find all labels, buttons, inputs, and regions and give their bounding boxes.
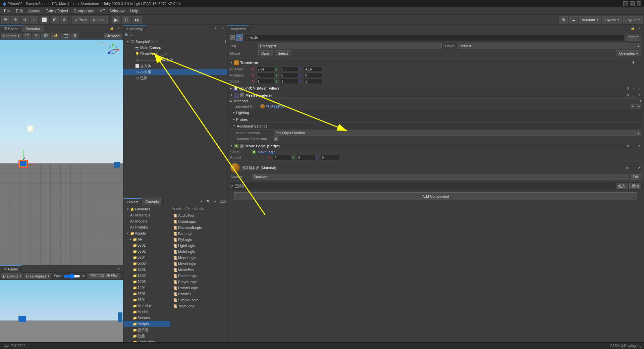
project-af-music[interactable]: 📁 歌曲	[123, 333, 170, 339]
import-btn[interactable]: 签入	[616, 183, 628, 189]
object-name-input[interactable]: 小火车	[244, 34, 625, 41]
scale-x-input[interactable]	[256, 79, 275, 84]
ml-settings-btn[interactable]: ⚙	[625, 144, 630, 148]
mf-settings-btn[interactable]: ⚙	[625, 86, 630, 91]
speed-x-input[interactable]: 2	[273, 155, 291, 160]
close-btn[interactable]: ✕	[637, 1, 641, 6]
additional-settings-header[interactable]: ▼ Additional Settings	[229, 123, 643, 130]
project-af-0704[interactable]: 📁 0704	[123, 254, 170, 260]
scene-menu-icon[interactable]: ⋮	[224, 40, 227, 43]
project-favorites-materials[interactable]: All Materials	[123, 212, 170, 218]
project-af-0702[interactable]: 📁 0702	[123, 248, 170, 254]
pivot-btn[interactable]: ⊙ Pivot	[72, 16, 89, 23]
console-tab[interactable]: Console	[142, 198, 162, 205]
step-btn[interactable]: ⏭	[132, 16, 142, 23]
project-search-btn[interactable]: 🔍	[205, 199, 211, 205]
project-af-1203[interactable]: 📁 1203	[123, 279, 170, 285]
script-file-item[interactable]: 📜SimpleLogic	[172, 297, 226, 303]
maximize-on-play-btn[interactable]: Maximize On Play	[88, 273, 121, 279]
project-assets-af[interactable]: ▼ 📁 AF	[123, 236, 170, 242]
project-assets-root[interactable]: ▼ 📁 Assets	[123, 230, 170, 236]
hierarchy-search-input[interactable]	[130, 33, 226, 37]
mf-ref-btn[interactable]: ↗	[637, 86, 641, 91]
move-tool-btn[interactable]: ✛	[11, 16, 19, 23]
scale-slider[interactable]	[63, 275, 80, 278]
position-y-input[interactable]: 0	[280, 66, 299, 72]
hierarchy-item-train[interactable]: ⬡ 小火车	[123, 69, 227, 75]
transform-more-btn[interactable]: ⋮	[637, 60, 641, 65]
ml-ref-btn[interactable]: ↗	[637, 144, 641, 148]
export-btn[interactable]: 撤销	[629, 183, 641, 189]
rect-tool-btn[interactable]: ⬜	[40, 16, 49, 23]
game-menu-btn[interactable]: ≡	[116, 266, 122, 272]
script-file-item[interactable]: 📜DiamondLogic	[172, 225, 226, 230]
project-add-btn[interactable]: +	[198, 199, 204, 205]
script-file-item[interactable]: 📜MainLogic	[172, 249, 226, 254]
hierarchy-item-cube[interactable]: ⬜ 立方体	[123, 63, 227, 69]
motion-vectors-dropdown[interactable]: Per Object Motion ▼	[274, 130, 641, 136]
audio-btn[interactable]: 🔊	[41, 33, 50, 39]
menu-edit[interactable]: Edit	[13, 8, 25, 14]
project-favorites[interactable]: ▼ ⭐ Favorites	[123, 206, 170, 212]
project-tab[interactable]: Project	[123, 198, 142, 205]
hand-tool-btn[interactable]: ☰	[1, 16, 10, 23]
project-af-models[interactable]: 📁 Models	[123, 309, 170, 315]
gizmos-dropdown[interactable]: Gizmos ▼	[104, 33, 122, 39]
project-kevinigles[interactable]: ▶ 📁 Kevin Igles	[123, 339, 170, 342]
project-af-sounds[interactable]: 📁 提示音	[123, 327, 170, 333]
project-af-1404[interactable]: 📁 1404	[123, 285, 170, 291]
project-af-0803[interactable]: 📁 0803	[123, 260, 170, 266]
custom-tool-btn[interactable]: ⊗	[60, 16, 68, 23]
script-file-item[interactable]: 📜PlanetLogic	[172, 273, 226, 279]
mesh-renderer-checkbox[interactable]: ✓	[240, 93, 244, 97]
script-file-item[interactable]: 📜PlayerLogic	[172, 279, 226, 285]
dynamic-occlusion-checkbox[interactable]: ✓	[274, 137, 278, 141]
mat-ref-btn[interactable]: ↗	[636, 165, 641, 170]
scale-tool-btn[interactable]: ⤡	[30, 16, 38, 23]
script-file-item[interactable]: 📜CubeLogic	[172, 219, 226, 224]
project-af-1601[interactable]: 📁 1601	[123, 291, 170, 297]
mesh-filter-header[interactable]: ▶ ⬜ ✓ 小火车 (Mesh Filter) ⚙ ⋮ ↗	[229, 85, 643, 92]
scene-menu-btn[interactable]: ≡	[116, 26, 122, 32]
object-active-checkbox[interactable]: ✓	[230, 35, 235, 40]
animator-tab[interactable]: Animator	[22, 25, 44, 32]
mat-settings-btn[interactable]: ⚙	[625, 165, 630, 170]
project-af-material[interactable]: 📁 Material	[123, 303, 170, 309]
maximize-btn[interactable]: □	[630, 1, 635, 6]
display-dropdown[interactable]: Display 1 ▼	[1, 273, 23, 279]
inspector-tab[interactable]: Inspector	[227, 25, 250, 32]
mat-more-btn[interactable]: ⋮	[631, 165, 635, 170]
project-af-scenes[interactable]: 📁 Scenes	[123, 315, 170, 321]
menu-assets[interactable]: Assets	[25, 8, 43, 14]
cloud-btn[interactable]: ☁	[569, 16, 578, 23]
project-af-1201[interactable]: 📁 1201	[123, 266, 170, 272]
position-z-input[interactable]: 4.16	[304, 66, 322, 72]
pause-btn[interactable]: ⏸	[122, 16, 131, 23]
aspect-dropdown[interactable]: Free Aspect ▼	[24, 273, 51, 279]
hierarchy-add-btn[interactable]: +	[213, 26, 219, 32]
project-menu-btn[interactable]: ≡	[212, 199, 218, 205]
static-btn[interactable]: Static	[626, 35, 641, 41]
menu-file[interactable]: File	[1, 8, 13, 14]
material-add-btn[interactable]: +	[630, 104, 635, 109]
scale-z-input[interactable]	[304, 79, 322, 84]
2d-btn[interactable]: 2D	[23, 33, 31, 39]
project-af-scripts[interactable]: 📁 Scripts	[123, 321, 170, 327]
probes-subsection-header[interactable]: ▶ Probes	[229, 116, 643, 123]
scene-tab[interactable]: 🎬 Scene	[0, 25, 22, 32]
shader-edit-btn[interactable]: Edit	[631, 174, 641, 180]
play-btn[interactable]: ▶	[112, 16, 120, 23]
hierarchy-item-directionallight[interactable]: 💡 Directional Light	[123, 51, 227, 57]
lighting-btn[interactable]: ☀	[33, 33, 40, 39]
mesh-renderer-header[interactable]: ▼ ⬛ ✓ Mesh Renderer ⚙ ⋮ ↗	[229, 92, 643, 99]
mr-settings-btn[interactable]: ⚙	[625, 93, 630, 98]
open-btn[interactable]: Open	[258, 50, 273, 56]
project-af-1604[interactable]: 📁 1604	[123, 297, 170, 303]
menu-component[interactable]: Component	[71, 8, 97, 14]
mr-more-btn[interactable]: ⋮	[631, 93, 636, 98]
hierarchy-item-door[interactable]: ⬡ 已添	[123, 75, 227, 81]
transform-tool-btn[interactable]: ⊞	[51, 16, 59, 23]
menu-af[interactable]: AF	[97, 8, 107, 14]
project-af-0701[interactable]: 📁 0701	[123, 242, 170, 248]
select-btn[interactable]: Select	[275, 50, 291, 56]
